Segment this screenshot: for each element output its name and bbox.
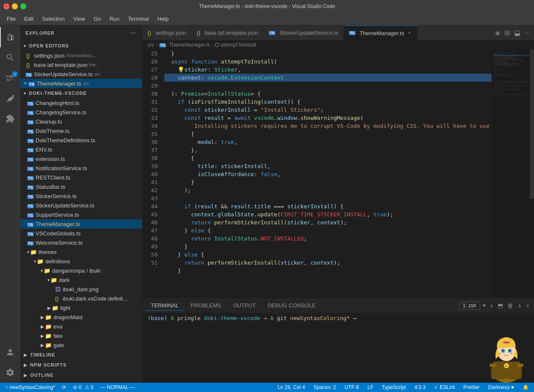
breadcrumb-src[interactable]: src (147, 42, 154, 48)
menu-edit[interactable]: Edit (21, 14, 37, 24)
maximize-button[interactable] (20, 3, 26, 9)
status-sync[interactable]: ⟳ (60, 384, 68, 390)
folder-definitions[interactable]: ▾📁definitions (20, 257, 142, 266)
svg-text:×: × (511, 352, 513, 356)
outline-section[interactable]: ▶ OUTLINE (20, 370, 142, 380)
code-content[interactable]: } async function attemptToInstall( 💡stic… (161, 50, 492, 298)
folder-dragonmaid[interactable]: ▶📁dragonMaid (20, 312, 142, 322)
menu-go[interactable]: Go (90, 14, 104, 24)
file-statusbar[interactable]: TSStatusBar.ts (20, 182, 142, 191)
file-thememanager[interactable]: TSThemeManager.ts (20, 219, 142, 229)
tab-settings[interactable]: {} settings.json (142, 25, 192, 40)
terminal-tab-output[interactable]: OUTPUT (228, 301, 261, 311)
menu-run[interactable]: Run (106, 14, 123, 24)
file-ibuki-png[interactable]: 🖼ibuki_dark.png (20, 284, 142, 294)
folder-eva[interactable]: ▶📁eva (20, 322, 142, 331)
status-theme[interactable]: Darkness ♥ (487, 384, 516, 390)
close-editor-icon[interactable]: × (24, 80, 27, 86)
terminal-shell-dropdown[interactable]: ▼ (482, 303, 487, 309)
file-supportservice[interactable]: TSSupportService.ts (20, 210, 142, 219)
tab-theme-manager[interactable]: TS ThemeManager.ts × (344, 25, 417, 40)
split-terminal-icon[interactable]: ⬒ (496, 301, 504, 310)
status-eslint[interactable]: ✓ ESLint (432, 384, 456, 390)
terminal-close-icon[interactable]: × (525, 301, 531, 310)
open-editor-sticker[interactable]: TS StickerUpdateService.ts src (20, 69, 142, 79)
status-errors[interactable]: ⊘ 0 ⚠ 0 (71, 384, 95, 390)
folder-light[interactable]: ▶📁light (20, 303, 142, 312)
activity-extensions[interactable] (0, 108, 20, 129)
breadcrumb-function[interactable]: ⬡ attemptToInstall (215, 42, 256, 48)
minimize-button[interactable] (12, 3, 18, 9)
breadcrumb-ts-icon[interactable]: TS ThemeManager.ts (159, 42, 210, 48)
open-editor-settings[interactable]: {} settings.json /home/alex/c... (20, 51, 142, 60)
svg-text:×: × (499, 352, 501, 356)
status-bell[interactable]: 🔔 (521, 384, 531, 390)
customize-layout-icon[interactable]: ⊞ (503, 28, 511, 38)
timeline-section[interactable]: ▶ TIMELINE (20, 350, 142, 360)
code-editor[interactable]: 25 26 27 28 29 30 31 32 33 34 35 36 37 3… (142, 50, 534, 298)
terminal-content[interactable]: (base) λ pringle doki-theme-vscode → λ g… (142, 313, 534, 383)
more-actions-icon[interactable]: ··· (523, 28, 531, 38)
activity-settings[interactable] (0, 362, 20, 383)
file-changeloghtml[interactable]: TSChangelogHtml.ts (20, 98, 142, 108)
folder-fate[interactable]: ▶📁fate (20, 331, 142, 340)
open-editor-base-laf[interactable]: {} base.laf.template.json the... (20, 60, 142, 69)
terminal-tab-debug[interactable]: DEBUG CONSOLE (262, 301, 320, 311)
svg-point-0 (494, 366, 519, 383)
menu-selection[interactable]: Selection (39, 14, 68, 24)
status-prettier[interactable]: Prettier (462, 384, 481, 390)
activity-explorer[interactable] (0, 27, 20, 47)
svg-point-2 (497, 341, 516, 361)
file-ibuki-json[interactable]: {}ibuki.dark.vsCode.definit... (20, 294, 142, 303)
new-terminal-icon[interactable]: + (489, 301, 495, 310)
status-spaces[interactable]: Spaces: 2 (312, 384, 338, 390)
open-editors-section[interactable]: ▾ OPEN EDITORS (20, 41, 142, 51)
trash-terminal-icon[interactable]: 🗑 (506, 301, 515, 310)
menu-file[interactable]: File (3, 14, 19, 24)
status-version[interactable]: 4.0.3 (413, 384, 428, 390)
file-stickerupdateservice[interactable]: TSStickerUpdateService.ts (20, 201, 142, 210)
file-extension[interactable]: TSextension.ts (20, 154, 142, 163)
file-welcomeservice[interactable]: TSWelcomeService.ts (20, 238, 142, 247)
activity-run[interactable] (0, 88, 20, 108)
status-branch[interactable]: ⑂ newSyntaxColoring* (3, 384, 57, 390)
file-vscodeglobals[interactable]: TSVSCodeGlobals.ts (20, 229, 142, 238)
file-notificationservice[interactable]: TSNotificationService.ts (20, 163, 142, 173)
terminal-tab-problems[interactable]: PROBLEMS (186, 301, 226, 311)
terminal-chevron-up-icon[interactable]: ∧ (516, 301, 523, 310)
split-editor-icon[interactable]: ◈ (494, 28, 501, 38)
project-section[interactable]: ▾ DOKI-THEME-VSCODE (20, 88, 142, 98)
status-encoding[interactable]: UTF-8 (343, 384, 361, 390)
status-line-ending[interactable]: LF (366, 384, 375, 390)
open-editor-thememanager[interactable]: × TS ThemeManager.ts src (20, 79, 142, 88)
file-dokithemedefinitions[interactable]: TSDokiThemeDefinitions.ts (20, 135, 142, 145)
folder-themes[interactable]: ▾📁themes (20, 247, 142, 257)
terminal-tab-terminal[interactable]: TERMINAL (146, 301, 184, 311)
file-changelogservice[interactable]: TSChangelogService.ts (20, 108, 142, 117)
tab-sticker-update[interactable]: TS StickerUpdateService.ts (264, 25, 344, 40)
file-dokitheme[interactable]: TSDokiTheme.ts (20, 126, 142, 135)
folder-danganronpa[interactable]: ▾📁danganronpa / ibuki (20, 266, 142, 275)
sidebar-more-icon[interactable]: ··· (129, 29, 137, 37)
file-cleanup[interactable]: TSCleanup.ts (20, 117, 142, 126)
folder-dark[interactable]: ▾📁dark (20, 275, 142, 284)
folder-gate[interactable]: ▶📁gate (20, 340, 142, 350)
menu-terminal[interactable]: Terminal (125, 14, 152, 24)
toggle-panel-icon[interactable]: ⬓ (513, 28, 522, 38)
activity-search[interactable] (0, 47, 20, 68)
activity-account[interactable] (0, 342, 20, 362)
status-position[interactable]: Ln 28, Col 4 (276, 384, 307, 390)
activity-source-control[interactable]: 1 (0, 68, 20, 88)
npm-scripts-section[interactable]: ▶ NPM SCRIPTS (20, 360, 142, 370)
file-stickerservice[interactable]: TSStickerService.ts (20, 191, 142, 201)
tab-close-icon[interactable]: × (407, 30, 412, 36)
menu-help[interactable]: Help (154, 14, 172, 24)
file-restclient[interactable]: TSRESTClient.ts (20, 173, 142, 182)
file-env[interactable]: TSENV.ts (20, 145, 142, 154)
status-language[interactable]: TypeScript (380, 384, 408, 390)
tab-base-laf[interactable]: {} base.laf.template.json (192, 25, 264, 40)
menu-view[interactable]: View (70, 14, 89, 24)
close-button[interactable]: × (3, 3, 9, 9)
terminal-shell-selector[interactable]: 1: zsh (459, 301, 480, 310)
title-bar-controls[interactable]: × (3, 3, 26, 9)
